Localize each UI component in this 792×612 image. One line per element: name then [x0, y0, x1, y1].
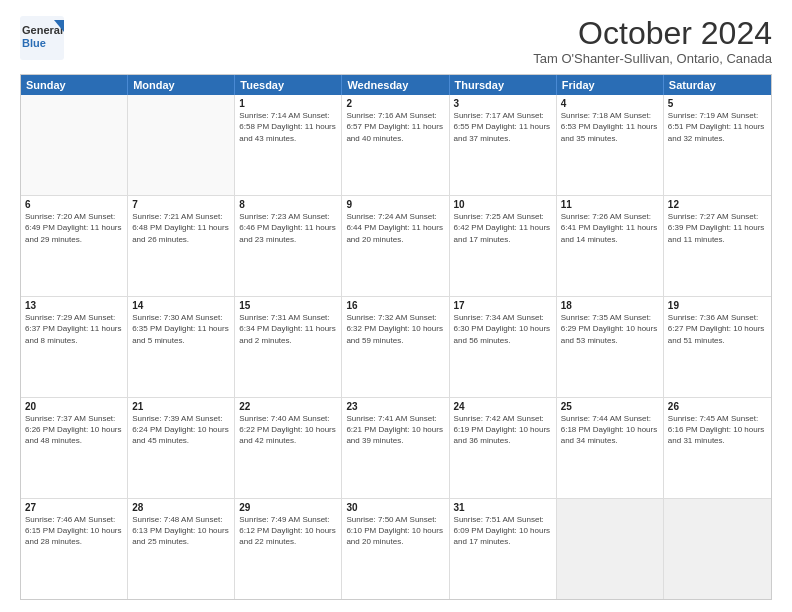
svg-text:General: General — [22, 24, 63, 36]
day-number: 24 — [454, 401, 552, 412]
day-number: 21 — [132, 401, 230, 412]
day-number: 29 — [239, 502, 337, 513]
day-number: 27 — [25, 502, 123, 513]
cell-content: Sunrise: 7:35 AM Sunset: 6:29 PM Dayligh… — [561, 312, 659, 346]
col-header-tuesday: Tuesday — [235, 75, 342, 95]
day-number: 28 — [132, 502, 230, 513]
cell-content: Sunrise: 7:29 AM Sunset: 6:37 PM Dayligh… — [25, 312, 123, 346]
calendar-cell: 24Sunrise: 7:42 AM Sunset: 6:19 PM Dayli… — [450, 398, 557, 498]
day-number: 16 — [346, 300, 444, 311]
day-number: 14 — [132, 300, 230, 311]
cell-content: Sunrise: 7:20 AM Sunset: 6:49 PM Dayligh… — [25, 211, 123, 245]
header: General Blue October 2024 Tam O'Shanter-… — [20, 16, 772, 66]
day-number: 13 — [25, 300, 123, 311]
calendar-cell: 21Sunrise: 7:39 AM Sunset: 6:24 PM Dayli… — [128, 398, 235, 498]
col-header-sunday: Sunday — [21, 75, 128, 95]
cell-content: Sunrise: 7:50 AM Sunset: 6:10 PM Dayligh… — [346, 514, 444, 548]
cell-content: Sunrise: 7:26 AM Sunset: 6:41 PM Dayligh… — [561, 211, 659, 245]
logo: General Blue — [20, 16, 64, 60]
calendar-cell: 2Sunrise: 7:16 AM Sunset: 6:57 PM Daylig… — [342, 95, 449, 195]
day-number: 10 — [454, 199, 552, 210]
day-number: 4 — [561, 98, 659, 109]
cell-content: Sunrise: 7:16 AM Sunset: 6:57 PM Dayligh… — [346, 110, 444, 144]
calendar-cell: 14Sunrise: 7:30 AM Sunset: 6:35 PM Dayli… — [128, 297, 235, 397]
calendar-cell: 29Sunrise: 7:49 AM Sunset: 6:12 PM Dayli… — [235, 499, 342, 599]
day-number: 6 — [25, 199, 123, 210]
col-header-wednesday: Wednesday — [342, 75, 449, 95]
svg-text:Blue: Blue — [22, 37, 46, 49]
page: General Blue October 2024 Tam O'Shanter-… — [0, 0, 792, 612]
calendar-cell: 3Sunrise: 7:17 AM Sunset: 6:55 PM Daylig… — [450, 95, 557, 195]
day-number: 1 — [239, 98, 337, 109]
day-number: 7 — [132, 199, 230, 210]
cell-content: Sunrise: 7:18 AM Sunset: 6:53 PM Dayligh… — [561, 110, 659, 144]
cell-content: Sunrise: 7:41 AM Sunset: 6:21 PM Dayligh… — [346, 413, 444, 447]
calendar-cell: 17Sunrise: 7:34 AM Sunset: 6:30 PM Dayli… — [450, 297, 557, 397]
day-number: 12 — [668, 199, 767, 210]
day-number: 17 — [454, 300, 552, 311]
calendar-cell: 12Sunrise: 7:27 AM Sunset: 6:39 PM Dayli… — [664, 196, 771, 296]
calendar-cell — [128, 95, 235, 195]
calendar-body: 1Sunrise: 7:14 AM Sunset: 6:58 PM Daylig… — [21, 95, 771, 599]
day-number: 3 — [454, 98, 552, 109]
calendar-cell: 30Sunrise: 7:50 AM Sunset: 6:10 PM Dayli… — [342, 499, 449, 599]
calendar-cell: 19Sunrise: 7:36 AM Sunset: 6:27 PM Dayli… — [664, 297, 771, 397]
calendar-cell: 23Sunrise: 7:41 AM Sunset: 6:21 PM Dayli… — [342, 398, 449, 498]
day-number: 8 — [239, 199, 337, 210]
cell-content: Sunrise: 7:21 AM Sunset: 6:48 PM Dayligh… — [132, 211, 230, 245]
calendar-cell: 1Sunrise: 7:14 AM Sunset: 6:58 PM Daylig… — [235, 95, 342, 195]
calendar-header: SundayMondayTuesdayWednesdayThursdayFrid… — [21, 75, 771, 95]
cell-content: Sunrise: 7:30 AM Sunset: 6:35 PM Dayligh… — [132, 312, 230, 346]
cell-content: Sunrise: 7:31 AM Sunset: 6:34 PM Dayligh… — [239, 312, 337, 346]
cell-content: Sunrise: 7:24 AM Sunset: 6:44 PM Dayligh… — [346, 211, 444, 245]
calendar-cell: 16Sunrise: 7:32 AM Sunset: 6:32 PM Dayli… — [342, 297, 449, 397]
calendar-cell: 31Sunrise: 7:51 AM Sunset: 6:09 PM Dayli… — [450, 499, 557, 599]
calendar-cell: 4Sunrise: 7:18 AM Sunset: 6:53 PM Daylig… — [557, 95, 664, 195]
day-number: 18 — [561, 300, 659, 311]
cell-content: Sunrise: 7:51 AM Sunset: 6:09 PM Dayligh… — [454, 514, 552, 548]
cell-content: Sunrise: 7:40 AM Sunset: 6:22 PM Dayligh… — [239, 413, 337, 447]
month-title: October 2024 — [533, 16, 772, 51]
day-number: 9 — [346, 199, 444, 210]
day-number: 30 — [346, 502, 444, 513]
calendar-row-1: 6Sunrise: 7:20 AM Sunset: 6:49 PM Daylig… — [21, 196, 771, 297]
col-header-thursday: Thursday — [450, 75, 557, 95]
calendar-cell: 22Sunrise: 7:40 AM Sunset: 6:22 PM Dayli… — [235, 398, 342, 498]
calendar-cell — [21, 95, 128, 195]
cell-content: Sunrise: 7:46 AM Sunset: 6:15 PM Dayligh… — [25, 514, 123, 548]
cell-content: Sunrise: 7:37 AM Sunset: 6:26 PM Dayligh… — [25, 413, 123, 447]
day-number: 26 — [668, 401, 767, 412]
location-subtitle: Tam O'Shanter-Sullivan, Ontario, Canada — [533, 51, 772, 66]
calendar-cell: 7Sunrise: 7:21 AM Sunset: 6:48 PM Daylig… — [128, 196, 235, 296]
calendar-cell: 27Sunrise: 7:46 AM Sunset: 6:15 PM Dayli… — [21, 499, 128, 599]
calendar-cell: 15Sunrise: 7:31 AM Sunset: 6:34 PM Dayli… — [235, 297, 342, 397]
col-header-monday: Monday — [128, 75, 235, 95]
calendar-cell — [557, 499, 664, 599]
cell-content: Sunrise: 7:48 AM Sunset: 6:13 PM Dayligh… — [132, 514, 230, 548]
cell-content: Sunrise: 7:34 AM Sunset: 6:30 PM Dayligh… — [454, 312, 552, 346]
calendar-cell: 26Sunrise: 7:45 AM Sunset: 6:16 PM Dayli… — [664, 398, 771, 498]
day-number: 5 — [668, 98, 767, 109]
calendar-cell: 10Sunrise: 7:25 AM Sunset: 6:42 PM Dayli… — [450, 196, 557, 296]
title-block: October 2024 Tam O'Shanter-Sullivan, Ont… — [533, 16, 772, 66]
day-number: 2 — [346, 98, 444, 109]
calendar-cell: 11Sunrise: 7:26 AM Sunset: 6:41 PM Dayli… — [557, 196, 664, 296]
day-number: 23 — [346, 401, 444, 412]
cell-content: Sunrise: 7:44 AM Sunset: 6:18 PM Dayligh… — [561, 413, 659, 447]
calendar-cell: 9Sunrise: 7:24 AM Sunset: 6:44 PM Daylig… — [342, 196, 449, 296]
calendar-cell: 6Sunrise: 7:20 AM Sunset: 6:49 PM Daylig… — [21, 196, 128, 296]
cell-content: Sunrise: 7:19 AM Sunset: 6:51 PM Dayligh… — [668, 110, 767, 144]
cell-content: Sunrise: 7:32 AM Sunset: 6:32 PM Dayligh… — [346, 312, 444, 346]
calendar-cell: 13Sunrise: 7:29 AM Sunset: 6:37 PM Dayli… — [21, 297, 128, 397]
cell-content: Sunrise: 7:36 AM Sunset: 6:27 PM Dayligh… — [668, 312, 767, 346]
calendar-cell: 18Sunrise: 7:35 AM Sunset: 6:29 PM Dayli… — [557, 297, 664, 397]
day-number: 31 — [454, 502, 552, 513]
cell-content: Sunrise: 7:17 AM Sunset: 6:55 PM Dayligh… — [454, 110, 552, 144]
calendar-row-2: 13Sunrise: 7:29 AM Sunset: 6:37 PM Dayli… — [21, 297, 771, 398]
day-number: 22 — [239, 401, 337, 412]
cell-content: Sunrise: 7:39 AM Sunset: 6:24 PM Dayligh… — [132, 413, 230, 447]
day-number: 11 — [561, 199, 659, 210]
cell-content: Sunrise: 7:25 AM Sunset: 6:42 PM Dayligh… — [454, 211, 552, 245]
calendar-row-3: 20Sunrise: 7:37 AM Sunset: 6:26 PM Dayli… — [21, 398, 771, 499]
cell-content: Sunrise: 7:23 AM Sunset: 6:46 PM Dayligh… — [239, 211, 337, 245]
